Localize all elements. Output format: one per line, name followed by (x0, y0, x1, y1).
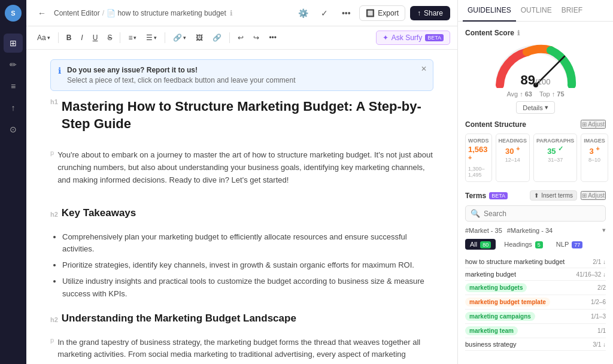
back-button[interactable]: ← (34, 5, 50, 22)
para2[interactable]: In the grand tapestry of business strate… (57, 336, 433, 364)
score-gauge: 89/100 Avg ↑ 63 Top ↑ 75 Details ▾ (465, 43, 606, 114)
h2-1-tag: h2 (50, 211, 58, 218)
term-badge-green: marketing team (465, 326, 518, 335)
term-row: how to structure marketing budget 2/1 ↓ (465, 256, 606, 268)
tab-guidelines[interactable]: GUIDELINES (463, 0, 516, 22)
underline-button[interactable]: U (89, 30, 102, 46)
search-box[interactable]: 🔍 (465, 205, 606, 222)
term-count: 3/1 ↓ (593, 341, 606, 348)
more-toolbar-button[interactable]: ••• (265, 30, 280, 46)
term-count: 2/1 ↓ (593, 259, 606, 265)
bold-button[interactable]: B (63, 30, 75, 46)
tab-outline[interactable]: OUTLINE (516, 0, 557, 22)
chevron-down-icon-4: ▾ (183, 35, 186, 41)
doc-h2-1[interactable]: Key Takeaways (62, 207, 136, 219)
terms-actions: ⬆ Insert terms ⊞ Adjust (530, 190, 606, 201)
feedback-subtitle: Select a piece of text, click on feedbac… (67, 76, 296, 84)
italic-button[interactable]: I (77, 30, 86, 46)
link-button[interactable]: 🔗 ▾ (169, 30, 190, 46)
list-button[interactable]: ☰ ▾ (142, 30, 160, 46)
term-count: 1/1–3 (591, 313, 606, 320)
hashtag-market: #Market - 35 (465, 227, 502, 234)
term-count: 1/2–6 (591, 299, 606, 305)
settings-icon-btn[interactable]: ⚙️ (295, 5, 311, 22)
wp-icon: 🔲 (366, 9, 375, 17)
redo-button[interactable]: ↪ (250, 30, 263, 46)
sidebar-icon-edit[interactable]: ✏ (4, 55, 23, 74)
sidebar-icon-settings[interactable]: ⊙ (4, 120, 23, 139)
cs-images: IMAGES 3 + 8–10 (581, 134, 608, 182)
editor-content[interactable]: h1 Mastering How to Structure Marketing … (50, 98, 433, 364)
close-icon[interactable]: ✕ (421, 65, 427, 73)
sidebar-icon-home[interactable]: ⊞ (4, 34, 23, 53)
share-icon: ↑ (417, 9, 421, 17)
expand-hashtags-button[interactable]: ▾ (602, 226, 606, 234)
link-icon: 🔗 (173, 34, 182, 42)
arrow-icon: ↓ (603, 271, 606, 278)
h2-2-tag: h2 (50, 316, 58, 323)
content-structure-grid: WORDS 1,563 + 1,300–1,495 HEADINGS 30 + … (465, 134, 606, 182)
chevron-down-icon-2: ▾ (133, 35, 136, 41)
feedback-title: Do you see any issue? Report it to us! (67, 66, 296, 74)
strikethrough-button[interactable]: S (104, 30, 116, 46)
export-button[interactable]: 🔲 Export (359, 5, 405, 21)
link2-button[interactable]: 🔗 (209, 30, 225, 46)
term-count: 1/1 (597, 327, 606, 334)
adjust-structure-button[interactable]: ⊞ Adjust (581, 120, 606, 129)
doc-h1[interactable]: Mastering How to Structure Marketing Bud… (62, 98, 433, 132)
para2-tag: p (50, 336, 54, 344)
image-button[interactable]: 🖼 (192, 30, 207, 46)
breadcrumb-sep1: / (102, 9, 104, 17)
ask-surfy-button[interactable]: ✦ Ask Surfy BETA (376, 31, 450, 45)
toolbar: Aa ▾ B I U S ≡ ▾ ☰ ▾ 🔗 ▾ 🖼 🔗 ↩ ↪ ••• (26, 26, 457, 50)
filter-tab-headings[interactable]: Headings 5 (499, 239, 548, 250)
hashtag-row: #Market - 35 #Marketing - 34 ▾ (465, 226, 606, 234)
cs-paragraphs-label: PARAGRAPHS (536, 138, 574, 144)
avatar[interactable]: S (5, 5, 22, 22)
left-sidebar: S ⊞ ✏ ≡ ↑ ⊙ (0, 0, 26, 364)
cs-words: WORDS 1,563 + 1,300–1,495 (465, 134, 492, 182)
sidebar-icon-chart[interactable]: ↑ (4, 98, 23, 117)
filter-tab-nlp[interactable]: NLP 77 (551, 239, 587, 250)
arrow-icon: ↓ (603, 341, 606, 348)
term-row: marketing team 1/1 (465, 324, 606, 338)
insert-terms-label: Insert terms (541, 192, 573, 199)
filter-tab-all[interactable]: All 80 (465, 239, 496, 250)
term-row: marketing campaigns 1/1–3 (465, 310, 606, 324)
para1-tag: p (50, 149, 54, 156)
terms-filter-tabs: All 80 Headings 5 NLP 77 (465, 239, 606, 250)
align-button[interactable]: ≡ ▾ (125, 30, 140, 46)
term-name: business strategy (465, 341, 517, 348)
list-item: Prioritize strategies, identify key chan… (62, 259, 433, 272)
doc-h2-2[interactable]: Understanding the Marketing Budget Lands… (62, 313, 296, 324)
nlp-badge: 77 (572, 241, 582, 248)
adjust-terms-button[interactable]: ⊞ Adjust (581, 191, 606, 200)
share-button[interactable]: ↑ Share (410, 6, 450, 20)
term-name: marketing budget (465, 271, 516, 278)
cs-words-label: WORDS (468, 138, 489, 144)
chevron-down-icon: ▾ (47, 35, 50, 41)
insert-icon: ⬆ (534, 192, 539, 199)
font-selector[interactable]: Aa ▾ (34, 30, 54, 46)
cs-headings: HEADINGS 30 + 12–14 (496, 134, 530, 182)
para1-block: p You're about to embark on a journey to… (50, 149, 433, 195)
details-button[interactable]: Details ▾ (516, 101, 555, 114)
para1[interactable]: You're about to embark on a journey to m… (57, 149, 433, 186)
cs-headings-range: 12–14 (505, 157, 520, 163)
score-value: 89/100 (521, 72, 551, 88)
topbar-right: ⚙️ ✓ ••• 🔲 Export ↑ Share (295, 5, 450, 22)
sidebar-icon-list[interactable]: ≡ (4, 77, 23, 96)
info-icon: ℹ (230, 9, 233, 17)
search-input[interactable] (484, 210, 600, 218)
breadcrumb-editor[interactable]: Content Editor (54, 9, 100, 17)
list-item: Utilize industry insights and practical … (62, 275, 433, 301)
insert-terms-button[interactable]: ⬆ Insert terms (530, 190, 577, 201)
breadcrumb-doc[interactable]: 📄 how to structure marketing budget (107, 9, 226, 17)
undo-button[interactable]: ↩ (234, 30, 247, 46)
tab-brief[interactable]: BRIEF (557, 0, 587, 22)
more-icon-btn[interactable]: ••• (338, 5, 354, 22)
check-icon-btn[interactable]: ✓ (316, 5, 333, 22)
main-area: ← Content Editor / 📄 how to structure ma… (26, 0, 457, 364)
content-score-title: Content Score ℹ (465, 29, 606, 37)
cs-images-range: 8–10 (588, 157, 600, 163)
